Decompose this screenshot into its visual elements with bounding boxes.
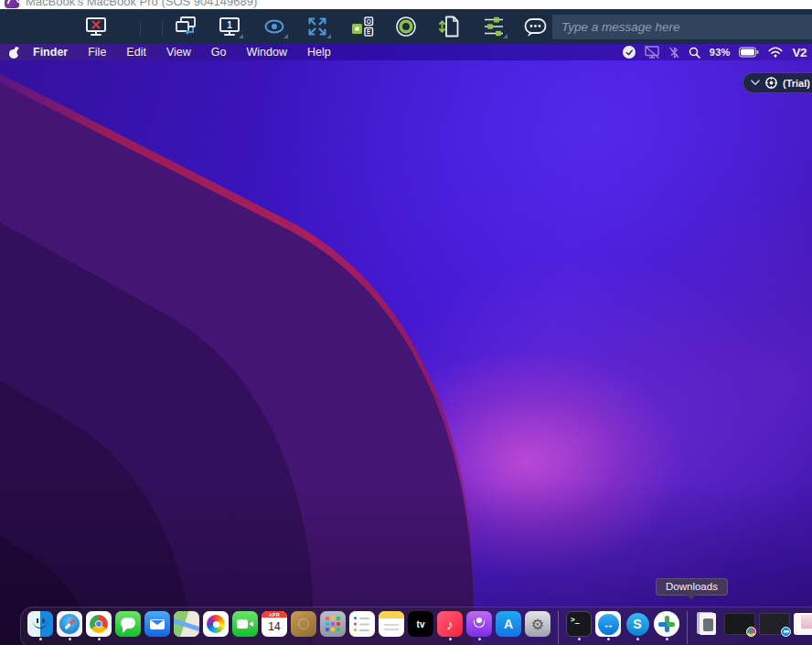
appstore-glyph: A — [496, 611, 521, 637]
terminal-icon: >_ — [566, 611, 592, 637]
chevron-down-icon[interactable] — [751, 80, 760, 86]
dock-minwin-chrome[interactable] — [724, 611, 755, 635]
file-transfer-button[interactable] — [434, 13, 465, 40]
macos-menubar: FinderFileEditViewGoWindowHelp 93% — [0, 44, 812, 60]
window-title: MacBook's MacBook Pro (SOS 904149689) — [26, 0, 257, 8]
menu-item-window[interactable]: Window — [236, 44, 296, 60]
dock-maps[interactable] — [174, 611, 199, 637]
dock-terminal[interactable]: >_ — [566, 611, 592, 637]
chrome-badge-icon — [746, 627, 756, 637]
trial-label: (Trial) S — [783, 78, 812, 89]
dock-podcasts[interactable] — [466, 611, 492, 637]
dock-messages[interactable] — [115, 611, 141, 637]
remote-window-titlebar: MacBook's MacBook Pro (SOS 904149689) — [0, 0, 812, 9]
dock-calendar[interactable]: APR14 — [262, 611, 287, 637]
view-mode-button[interactable] — [259, 13, 290, 40]
monitor-select-button[interactable]: 1 — [214, 13, 245, 40]
dock-chrome[interactable] — [86, 611, 112, 637]
calendar-icon: APR14 — [262, 611, 287, 637]
music-icon: ♪ — [437, 611, 463, 637]
teamviewer-quicksupport-icon — [5, 0, 19, 8]
tv-badge-icon — [781, 627, 791, 637]
syspref-icon: ⚙ — [525, 611, 550, 637]
toolbar-separator — [162, 20, 163, 37]
dock-launchpad[interactable] — [320, 611, 346, 637]
dock-minwin-teamviewer[interactable] — [759, 611, 790, 635]
appstore-icon: A — [496, 611, 521, 637]
menu-item-view[interactable]: View — [156, 44, 201, 60]
spotlight-search-icon[interactable] — [689, 47, 700, 59]
dock-appletv[interactable]: tv — [408, 611, 433, 637]
dock-mail[interactable] — [144, 611, 170, 637]
appletv-icon: tv — [408, 611, 433, 637]
dock-minwin-doc[interactable] — [794, 611, 812, 635]
svg-text:1: 1 — [227, 20, 232, 30]
dock-notes[interactable] — [379, 611, 404, 637]
remote-desktop-screen: MacBook's MacBook Pro (SOS 904149689) — [0, 0, 812, 645]
dock-reminders[interactable] — [349, 611, 375, 637]
contacts-icon — [291, 611, 316, 637]
view-mode-eye-icon — [262, 16, 286, 38]
podcasts-icon — [466, 611, 492, 637]
minwin-chrome-icon — [724, 613, 755, 635]
dock-photos[interactable] — [203, 611, 229, 637]
battery-icon[interactable] — [739, 47, 759, 58]
record-session-button[interactable] — [390, 13, 422, 40]
session-settings-button[interactable] — [478, 13, 509, 40]
chat-icon — [523, 16, 548, 38]
dock-separator — [558, 611, 559, 644]
trial-session-badge[interactable]: (Trial) S — [743, 72, 812, 93]
appletv-glyph: tv — [408, 611, 433, 637]
dock-skype[interactable]: S — [625, 611, 650, 637]
session-check-icon[interactable] — [623, 46, 636, 59]
running-indicator-dot — [607, 638, 610, 640]
wifi-icon[interactable] — [768, 47, 783, 58]
minwin-teamviewer-icon — [759, 613, 790, 635]
dock-facetime[interactable] — [232, 611, 258, 637]
photos-icon — [203, 611, 229, 637]
dock-syspref[interactable]: ⚙ — [525, 611, 550, 637]
remote-session-toolbar: 1 O — [0, 9, 812, 44]
dock-finder[interactable] — [27, 611, 53, 637]
chrome-icon — [86, 611, 112, 637]
maps-icon — [174, 611, 199, 637]
apple-menu[interactable] — [9, 47, 20, 59]
menu-item-go[interactable]: Go — [201, 44, 237, 60]
menu-item-edit[interactable]: Edit — [116, 44, 156, 60]
apple-logo — [9, 49, 18, 59]
bluetooth-off-icon[interactable] — [668, 47, 679, 59]
messages-icon — [115, 611, 141, 637]
switch-monitors-button[interactable] — [170, 13, 201, 40]
skype-icon: S — [625, 611, 650, 637]
dock-teamviewer[interactable]: ↔ — [595, 611, 621, 637]
menu-item-file[interactable]: File — [78, 44, 116, 60]
display-mirroring-off-icon[interactable] — [645, 46, 659, 59]
chat-button[interactable] — [519, 13, 550, 40]
skype-glyph: S — [625, 611, 650, 637]
menu-item-finder[interactable]: Finder — [27, 44, 78, 60]
desktop-wallpaper[interactable]: (Trial) S Downloads APR14tv♪A⚙>_↔S — [0, 44, 812, 645]
minwin-doc-icon — [794, 613, 812, 635]
session-wheel-icon — [764, 76, 778, 90]
file-transfer-icon — [438, 15, 462, 38]
dock-music[interactable]: ♪ — [437, 611, 463, 637]
dock-contacts[interactable] — [291, 611, 316, 637]
close-session-button[interactable] — [80, 13, 112, 40]
remote-control-button[interactable]: O E — [347, 13, 378, 40]
dock-downloads[interactable] — [695, 611, 721, 637]
running-indicator-dot — [98, 638, 101, 640]
wallpaper-wave-2 — [0, 146, 503, 645]
dock-safari[interactable] — [57, 611, 82, 637]
svg-text:E: E — [367, 28, 371, 35]
dock-appstore[interactable]: A — [496, 611, 521, 637]
chat-message-input[interactable] — [552, 15, 812, 39]
reminders-icon — [349, 611, 375, 637]
fullscreen-button[interactable] — [302, 13, 333, 40]
menu-item-help[interactable]: Help — [297, 44, 341, 60]
remotecross-icon — [654, 611, 679, 637]
facetime-icon — [232, 611, 258, 637]
dock-tooltip: Downloads — [656, 578, 728, 596]
v2-app-menu-logo[interactable]: V2 — [792, 46, 807, 59]
dock-remotecross[interactable] — [654, 611, 679, 637]
toolbar-separator — [140, 20, 141, 37]
